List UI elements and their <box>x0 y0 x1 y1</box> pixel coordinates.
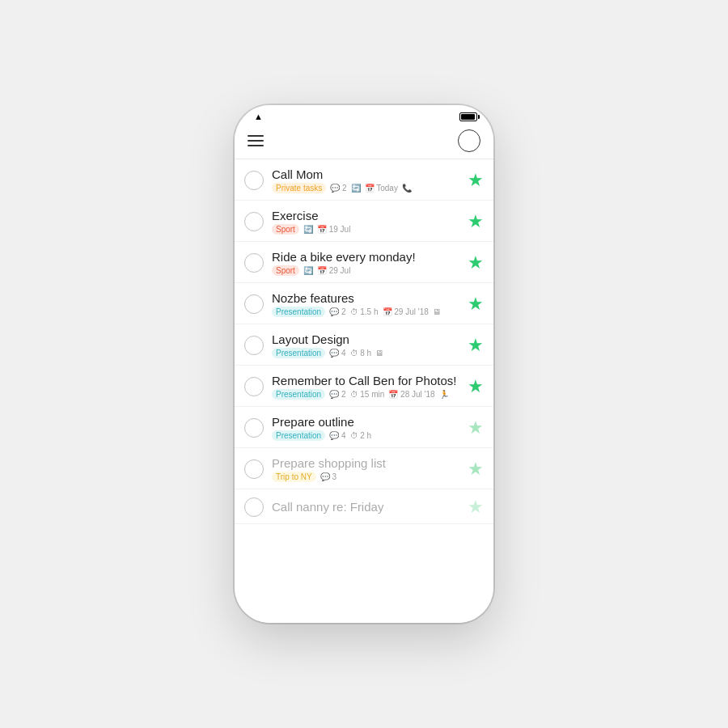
task-title: Prepare shopping list <box>272 456 461 470</box>
meta-icon: 📅 Today <box>365 184 398 193</box>
task-meta: Trip to NY💬 3 <box>272 472 461 482</box>
task-title: Layout Design <box>272 332 461 346</box>
task-tag: Presentation <box>272 430 325 441</box>
task-tag: Presentation <box>272 348 325 358</box>
task-meta: Presentation💬 4⏱ 8 h🖥 <box>272 348 461 358</box>
star-button[interactable]: ★ <box>468 460 484 478</box>
meta-icon: 💬 2 <box>330 184 346 193</box>
meta-icon: 💬 2 <box>329 307 345 316</box>
star-button[interactable]: ★ <box>468 378 484 396</box>
task-tag: Trip to NY <box>272 472 316 482</box>
task-title: Ride a bike every monday! <box>272 250 461 264</box>
meta-icon: ⏱ 8 h <box>350 349 372 358</box>
task-title: Remember to Call Ben for Photos! <box>272 374 461 387</box>
task-meta: Sport🔄📅 29 Jul <box>272 265 461 276</box>
task-title: Call nanny re: Friday <box>272 500 461 514</box>
battery-icon <box>459 112 477 121</box>
meta-icon: 📞 <box>402 184 412 193</box>
task-item[interactable]: Call MomPrivate tasks💬 2🔄📅 Today📞★ <box>235 159 493 201</box>
meta-icon: 📅 28 Jul '18 <box>388 390 434 399</box>
task-item[interactable]: ExerciseSport🔄📅 19 Jul★ <box>235 201 493 242</box>
task-list: Call MomPrivate tasks💬 2🔄📅 Today📞★Exerci… <box>235 159 493 623</box>
task-meta: Presentation💬 2⏱ 15 min📅 28 Jul '18🏃 <box>272 389 461 400</box>
meta-icon: 📅 19 Jul <box>317 225 350 234</box>
meta-icon: ⏱ 15 min <box>350 390 385 399</box>
task-item[interactable]: Prepare outlinePresentation💬 4⏱ 2 h★ <box>235 407 493 448</box>
task-content: ExerciseSport🔄📅 19 Jul <box>272 209 461 235</box>
task-checkbox[interactable] <box>244 377 264 396</box>
task-title: Nozbe features <box>272 291 461 305</box>
task-title: Exercise <box>272 209 461 222</box>
star-button[interactable]: ★ <box>468 171 484 189</box>
task-content: Call nanny re: Friday <box>272 500 461 515</box>
nav-bar <box>235 125 493 159</box>
meta-icon: 🏃 <box>439 390 449 399</box>
task-tag: Private tasks <box>272 183 326 193</box>
status-right <box>459 112 477 121</box>
task-item[interactable]: Prepare shopping listTrip to NY💬 3★ <box>235 448 493 489</box>
status-bar: ▲ <box>235 105 493 125</box>
meta-icon: 💬 4 <box>329 349 345 358</box>
task-content: Prepare shopping listTrip to NY💬 3 <box>272 456 461 482</box>
task-item[interactable]: Remember to Call Ben for Photos!Presenta… <box>235 366 493 407</box>
star-button[interactable]: ★ <box>468 498 484 516</box>
task-content: Nozbe featuresPresentation💬 2⏱ 1.5 h📅 29… <box>272 291 461 317</box>
meta-icon: 🔄 <box>303 225 313 234</box>
task-checkbox[interactable] <box>244 171 264 190</box>
star-button[interactable]: ★ <box>468 419 484 437</box>
task-title: Prepare outline <box>272 415 461 429</box>
info-button[interactable] <box>458 129 480 152</box>
meta-icon: ⏱ 1.5 h <box>350 307 379 316</box>
meta-icon: 🔄 <box>351 184 361 193</box>
task-meta: Private tasks💬 2🔄📅 Today📞 <box>272 183 461 193</box>
task-item[interactable]: Ride a bike every monday!Sport🔄📅 29 Jul★ <box>235 242 493 283</box>
task-item[interactable]: Layout DesignPresentation💬 4⏱ 8 h🖥★ <box>235 324 493 366</box>
meta-icon: 📅 29 Jul '18 <box>383 307 429 316</box>
task-title: Call Mom <box>272 167 461 181</box>
task-checkbox[interactable] <box>244 212 264 231</box>
wifi-icon: ▲ <box>254 112 263 121</box>
meta-icon: 🖥 <box>433 307 441 316</box>
task-checkbox[interactable] <box>244 294 264 314</box>
task-item[interactable]: Call nanny re: Friday★ <box>235 489 493 524</box>
meta-icon: 💬 4 <box>329 431 345 440</box>
star-button[interactable]: ★ <box>468 254 484 272</box>
task-tag: Sport <box>272 265 299 276</box>
task-item[interactable]: Nozbe featuresPresentation💬 2⏱ 1.5 h📅 29… <box>235 283 493 324</box>
task-content: Layout DesignPresentation💬 4⏱ 8 h🖥 <box>272 332 461 358</box>
meta-icon: 🖥 <box>375 349 383 358</box>
star-button[interactable]: ★ <box>468 336 484 354</box>
meta-icon: 💬 3 <box>320 472 336 481</box>
meta-icon: ⏱ 2 h <box>350 431 372 440</box>
battery-fill <box>461 114 475 120</box>
task-checkbox[interactable] <box>244 336 264 355</box>
status-left: ▲ <box>251 112 263 121</box>
star-button[interactable]: ★ <box>468 295 484 313</box>
task-content: Remember to Call Ben for Photos!Presenta… <box>272 374 461 400</box>
meta-icon: 📅 29 Jul <box>317 266 350 275</box>
task-checkbox[interactable] <box>244 459 264 479</box>
task-meta: Sport🔄📅 19 Jul <box>272 224 461 235</box>
task-content: Call MomPrivate tasks💬 2🔄📅 Today📞 <box>272 167 461 193</box>
star-button[interactable]: ★ <box>468 213 484 231</box>
task-meta: Presentation💬 2⏱ 1.5 h📅 29 Jul '18🖥 <box>272 307 461 317</box>
task-tag: Presentation <box>272 389 325 400</box>
task-checkbox[interactable] <box>244 497 264 517</box>
task-checkbox[interactable] <box>244 418 264 438</box>
meta-icon: 🔄 <box>303 266 313 275</box>
phone-frame: ▲ Call MomPrivate tasks💬 2🔄📅 Today📞★Exer… <box>235 105 493 623</box>
task-content: Ride a bike every monday!Sport🔄📅 29 Jul <box>272 250 461 276</box>
task-tag: Presentation <box>272 307 325 317</box>
meta-icon: 💬 2 <box>329 390 345 399</box>
task-meta: Presentation💬 4⏱ 2 h <box>272 430 461 441</box>
task-content: Prepare outlinePresentation💬 4⏱ 2 h <box>272 415 461 441</box>
hamburger-menu-button[interactable] <box>248 135 264 146</box>
task-checkbox[interactable] <box>244 253 264 273</box>
task-tag: Sport <box>272 224 299 235</box>
